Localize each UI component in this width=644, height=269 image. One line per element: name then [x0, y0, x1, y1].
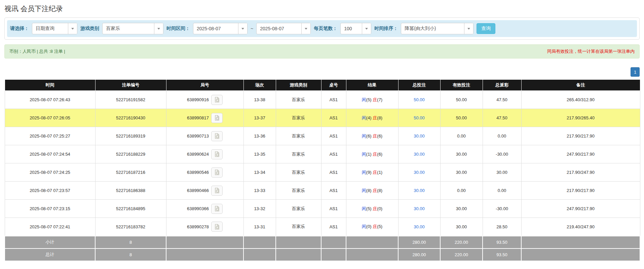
column-header: 局号 — [166, 80, 243, 91]
round-cell: 638990466 — [166, 182, 243, 200]
remark-cell: 219.40/247.90 — [521, 218, 640, 236]
total-bet-link[interactable]: 30.00 — [414, 206, 425, 211]
game-type-cell: 百家乐 — [276, 182, 321, 200]
totals-payout-cell: 93.50 — [483, 236, 521, 248]
player-result: 闲 — [362, 97, 366, 102]
table-no-cell: AS1 — [321, 163, 346, 182]
player-score: (0) — [366, 224, 373, 229]
totals-valid-bet-cell: 220.00 — [440, 236, 483, 248]
pagination: 1 — [4, 67, 640, 77]
result-cell: 闲(5) 庄(7) — [346, 91, 398, 109]
sort-label: 时间排序： — [374, 26, 398, 32]
date-from-value: 2025-08-07 — [193, 23, 238, 34]
empty-cell — [521, 236, 640, 248]
total-bet-cell: 50.00 — [398, 91, 440, 109]
player-result: 闲 — [362, 133, 366, 139]
page: 视讯 会员下注纪录 请选择： 日期查询 游戏类别 百家乐 时间区间： 2025-… — [0, 0, 644, 261]
empty-cell — [166, 236, 243, 248]
currency-total-text: 币别：人民币 | 总共 :8 注单 | — [9, 48, 65, 54]
time-cell: 2025-08-07 07:23:57 — [5, 182, 95, 200]
valid-bet-cell: 50.00 — [440, 91, 483, 109]
total-bet-cell: 50.00 — [398, 109, 440, 127]
bet-id-cell: 522716190430 — [95, 109, 166, 127]
bet-id-cell: 522716186388 — [95, 182, 166, 200]
page-number-button[interactable]: 1 — [631, 67, 640, 77]
video-replay-icon[interactable] — [211, 95, 223, 105]
totals-label-cell: 小计 — [5, 236, 95, 248]
empty-cell — [321, 236, 346, 248]
player-result: 闲 — [362, 152, 366, 157]
payout-cell: 0.00 — [483, 182, 521, 200]
empty-cell — [321, 248, 346, 261]
payout-cell: 47.50 — [483, 91, 521, 109]
total-bet-link[interactable]: 50.00 — [414, 115, 425, 120]
video-replay-icon[interactable] — [211, 131, 223, 141]
table-row: 2025-08-07 07:24:54522716188229638990624… — [5, 145, 640, 163]
column-header: 游戏类别 — [276, 80, 321, 91]
empty-cell — [166, 248, 243, 261]
time-cell: 2025-08-07 07:23:15 — [5, 200, 95, 218]
banker-result: 庄 — [373, 188, 377, 193]
total-bet-link[interactable]: 30.00 — [414, 188, 425, 193]
player-score: (4) — [366, 115, 373, 120]
result-cell: 闲(5) 庄(0) — [346, 200, 398, 218]
empty-cell — [276, 236, 321, 248]
video-replay-icon[interactable] — [211, 222, 223, 232]
totals-count-cell: 8 — [95, 248, 166, 261]
banker-score: (5) — [377, 224, 382, 229]
range-separator: ~ — [251, 26, 253, 31]
totals-count-cell: 8 — [95, 236, 166, 248]
date-to-value: 2025-08-07 — [257, 23, 301, 34]
page-size-select[interactable]: 100 — [340, 23, 371, 34]
totals-row: 总计8280.00220.0093.50 — [5, 248, 640, 261]
payout-cell: 30.00 — [483, 163, 521, 182]
remark-cell: 247.90/217.90 — [521, 200, 640, 218]
total-bet-link[interactable]: 50.00 — [414, 97, 425, 102]
table-row: 2025-08-07 07:24:25522716187216638990546… — [5, 163, 640, 182]
player-score: (5) — [366, 206, 373, 211]
sort-select[interactable]: 降冪(由大到小) — [401, 23, 473, 34]
totals-total-bet-cell: 280.00 — [398, 248, 440, 261]
round-wrap: 638990546 — [187, 167, 223, 178]
total-bet-link[interactable]: 30.00 — [414, 152, 425, 157]
query-type-select[interactable]: 日期查询 — [32, 23, 77, 34]
video-replay-icon[interactable] — [211, 113, 223, 123]
session-cell: 13-37 — [243, 109, 276, 127]
date-to-select[interactable]: 2025-08-07 — [256, 23, 311, 34]
player-result: 闲 — [362, 224, 366, 229]
round-id: 638990916 — [187, 97, 209, 102]
session-cell: 13-36 — [243, 127, 276, 145]
banker-result: 庄 — [373, 97, 377, 102]
total-bet-link[interactable]: 30.00 — [414, 224, 425, 229]
valid-bet-cell: 50.00 — [440, 109, 483, 127]
player-score: (1) — [366, 152, 373, 157]
page-title: 视讯 会员下注纪录 — [4, 4, 640, 13]
page-size-label: 每页笔数： — [314, 26, 337, 32]
chevron-down-icon — [301, 23, 310, 34]
session-cell: 13-31 — [243, 218, 276, 236]
game-type-select[interactable]: 百家乐 — [102, 23, 163, 34]
table-row: 2025-08-07 07:26:43522716191582638990916… — [5, 91, 640, 109]
total-bet-link[interactable]: 30.00 — [414, 170, 425, 175]
result-cell: 闲(4) 庄(8) — [346, 109, 398, 127]
column-header: 时间 — [5, 80, 95, 91]
total-bet-cell: 30.00 — [398, 145, 440, 163]
valid-bet-cell: 30.00 — [440, 200, 483, 218]
video-replay-icon[interactable] — [211, 167, 223, 178]
valid-bet-cell: 30.00 — [440, 145, 483, 163]
video-replay-icon[interactable] — [211, 149, 223, 159]
filter-bar: 请选择： 日期查询 游戏类别 百家乐 时间区间： 2025-08-07 ~ 20… — [7, 20, 637, 37]
player-result: 闲 — [362, 188, 366, 193]
valid-bet-note: 同局有效投注，统一计算在该局第一张注单内 — [547, 48, 635, 54]
video-replay-icon[interactable] — [211, 186, 223, 196]
video-replay-icon[interactable] — [211, 204, 223, 214]
game-type-cell: 百家乐 — [276, 218, 321, 236]
page-size-value: 100 — [341, 23, 362, 34]
date-from-select[interactable]: 2025-08-07 — [193, 23, 248, 34]
search-button[interactable]: 查询 — [477, 23, 495, 34]
total-bet-link[interactable]: 30.00 — [414, 133, 425, 139]
table-row: 2025-08-07 07:25:27522716189319638990713… — [5, 127, 640, 145]
bet-id-cell: 522716184895 — [95, 200, 166, 218]
game-type-cell: 百家乐 — [276, 200, 321, 218]
player-score: (9) — [366, 170, 373, 175]
